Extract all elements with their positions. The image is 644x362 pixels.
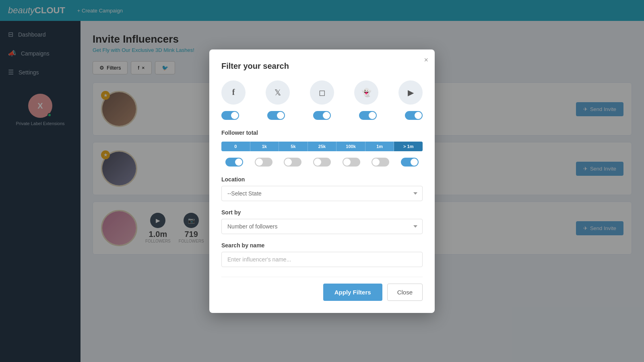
filter-modal: Filter your search × f 𝕏 ◻ 👻 ▶ [209, 49, 435, 313]
snapchat-social-button[interactable]: 👻 [354, 80, 378, 105]
modal-close-button[interactable]: × [424, 56, 428, 64]
range-25k: 25k [308, 142, 337, 151]
range-0: 0 [221, 142, 250, 151]
search-input[interactable] [221, 252, 423, 267]
snapchat-toggle[interactable] [359, 111, 377, 120]
follower-toggle-1m[interactable] [372, 158, 389, 167]
location-label: Location [221, 176, 423, 183]
location-select[interactable]: --Select State Alabama Alaska California… [221, 186, 423, 201]
location-section: Location --Select State Alabama Alaska C… [221, 176, 423, 201]
facebook-icon: f [232, 88, 235, 97]
youtube-social-button[interactable]: ▶ [398, 80, 423, 105]
follower-toggle-100k[interactable] [343, 158, 360, 167]
range-1m: 1m [365, 142, 394, 151]
search-label: Search by name [221, 242, 423, 249]
youtube-icon: ▶ [408, 88, 414, 97]
modal-footer: Apply Filters Close [221, 277, 423, 301]
follower-toggle-5k[interactable] [284, 158, 301, 167]
instagram-social-button[interactable]: ◻ [310, 80, 334, 105]
twitter-toggle[interactable] [267, 111, 285, 120]
youtube-toggle-slider[interactable] [405, 111, 423, 120]
apply-filters-button[interactable]: Apply Filters [323, 284, 382, 301]
snapchat-icon: 👻 [361, 88, 372, 97]
sort-section: Sort by Number of followers Engagement r… [221, 209, 423, 234]
follower-toggle-0-slider[interactable] [225, 158, 243, 167]
follower-toggle-1m-plus[interactable] [401, 158, 419, 167]
instagram-toggle[interactable] [313, 111, 331, 120]
follower-toggle-1m-plus-slider[interactable] [401, 158, 419, 167]
follower-toggle-1k-slider[interactable] [255, 158, 272, 167]
social-toggles-row [221, 111, 423, 120]
close-modal-button[interactable]: Close [387, 284, 423, 301]
search-section: Search by name [221, 242, 423, 267]
facebook-social-button[interactable]: f [221, 80, 246, 105]
facebook-toggle[interactable] [221, 111, 239, 120]
range-5k: 5k [279, 142, 308, 151]
snapchat-toggle-slider[interactable] [359, 111, 377, 120]
follower-toggle-5k-slider[interactable] [284, 158, 301, 167]
sort-label: Sort by [221, 209, 423, 216]
instagram-icon: ◻ [319, 88, 326, 97]
follower-total-label: Follower total [221, 130, 423, 136]
follower-toggle-25k-slider[interactable] [313, 158, 331, 167]
youtube-toggle[interactable] [405, 111, 423, 120]
social-icons-row: f 𝕏 ◻ 👻 ▶ [221, 80, 423, 105]
follower-toggle-0[interactable] [225, 158, 243, 167]
sort-select[interactable]: Number of followers Engagement rate Most… [221, 219, 423, 234]
follower-toggle-1m-slider[interactable] [372, 158, 389, 167]
follower-toggle-100k-slider[interactable] [343, 158, 360, 167]
modal-title: Filter your search [221, 62, 423, 71]
range-100k: 100k [336, 142, 365, 151]
follower-range-bar: 0 1k 5k 25k 100k 1m > 1m [221, 142, 423, 151]
follower-toggles-row [221, 158, 423, 167]
twitter-icon: 𝕏 [275, 88, 281, 97]
follower-toggle-25k[interactable] [313, 158, 331, 167]
twitter-social-button[interactable]: 𝕏 [266, 80, 290, 105]
follower-toggle-1k[interactable] [255, 158, 272, 167]
twitter-toggle-slider[interactable] [267, 111, 285, 120]
range-1k: 1k [250, 142, 279, 151]
instagram-toggle-slider[interactable] [313, 111, 331, 120]
modal-overlay: Filter your search × f 𝕏 ◻ 👻 ▶ [0, 0, 644, 362]
range-1m-plus: > 1m [394, 142, 423, 151]
facebook-toggle-slider[interactable] [221, 111, 239, 120]
